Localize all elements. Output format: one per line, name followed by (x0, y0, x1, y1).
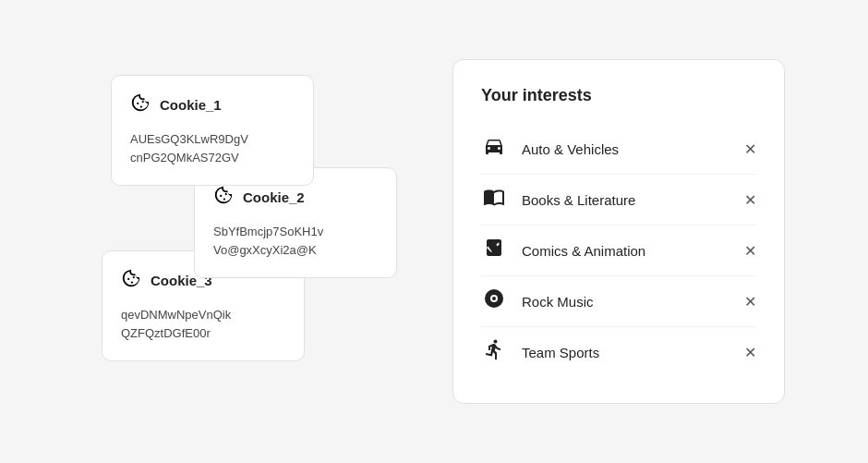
auto-vehicles-icon (481, 135, 507, 163)
svg-point-0 (137, 102, 139, 104)
remove-sports-button[interactable]: ✕ (744, 344, 756, 361)
interest-item-comics: Comics & Animation ✕ (481, 225, 756, 276)
comics-animation-label: Comics & Animation (522, 243, 729, 259)
interest-item-music: Rock Music ✕ (481, 276, 756, 327)
cookie-icon-3 (121, 268, 141, 293)
cookie-value-3: qevDNMwNpeVnQik QZFQztDGfE00r (121, 306, 285, 345)
rock-music-label: Rock Music (522, 294, 729, 310)
cookie-card-1: Cookie_1 AUEsGQ3KLwR9DgV cnPG2QMkAS72GV (111, 75, 314, 187)
cookie-value-2: SbYfBmcjp7SoKH1v Vo@gxXcyXi2a@K (213, 223, 378, 262)
auto-vehicles-label: Auto & Vehicles (522, 141, 729, 157)
remove-comics-button[interactable]: ✕ (744, 242, 756, 260)
books-literature-icon (481, 186, 507, 213)
svg-point-7 (131, 281, 133, 283)
team-sports-label: Team Sports (522, 345, 729, 360)
svg-point-2 (142, 100, 144, 102)
svg-point-11 (492, 297, 496, 300)
rock-music-icon (481, 287, 507, 315)
cookies-area: Cookie_1 AUEsGQ3KLwR9DgV cnPG2QMkAS72GV (83, 56, 397, 408)
remove-auto-button[interactable]: ✕ (744, 140, 756, 158)
interests-panel: Your interests Auto & Vehicles ✕ Books &… (452, 59, 785, 404)
svg-point-8 (133, 275, 135, 277)
card-header-1: Cookie_1 (130, 92, 295, 117)
card-header-2: Cookie_2 (213, 185, 378, 210)
team-sports-icon (481, 338, 507, 366)
svg-point-5 (225, 192, 227, 194)
remove-books-button[interactable]: ✕ (744, 191, 756, 209)
cookie-name-1: Cookie_1 (160, 97, 222, 113)
interests-title: Your interests (481, 86, 756, 105)
svg-point-3 (220, 194, 222, 196)
svg-point-6 (127, 277, 129, 279)
cookie-value-1: AUEsGQ3KLwR9DgV cnPG2QMkAS72GV (130, 130, 295, 169)
interest-item-sports: Team Sports ✕ (481, 327, 756, 377)
main-container: Cookie_1 AUEsGQ3KLwR9DgV cnPG2QMkAS72GV (0, 0, 868, 463)
remove-music-button[interactable]: ✕ (744, 293, 756, 311)
svg-point-4 (223, 198, 225, 200)
cookie-icon-2 (213, 185, 234, 210)
comics-animation-icon (481, 237, 507, 264)
cookie-name-2: Cookie_2 (243, 189, 305, 205)
books-literature-label: Books & Literature (522, 192, 729, 208)
cookie-icon-1 (130, 92, 151, 117)
svg-point-1 (140, 105, 142, 107)
interest-item-auto: Auto & Vehicles ✕ (481, 124, 756, 175)
interest-item-books: Books & Literature ✕ (481, 175, 756, 225)
